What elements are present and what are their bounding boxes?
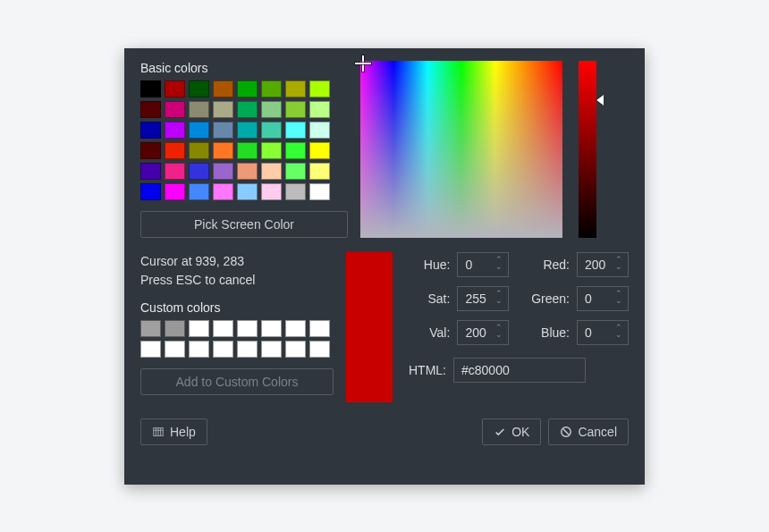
html-input[interactable] [453, 358, 586, 383]
basic-color-swatch[interactable] [309, 183, 330, 200]
basic-color-swatch[interactable] [213, 163, 233, 180]
basic-color-swatch[interactable] [237, 163, 258, 180]
basic-color-swatch[interactable] [309, 122, 330, 139]
custom-color-swatch[interactable] [309, 341, 330, 358]
custom-color-swatch[interactable] [309, 320, 330, 337]
spinner-arrows-icon[interactable]: ⌃⌄ [495, 325, 503, 340]
basic-color-swatch[interactable] [237, 122, 258, 139]
basic-color-swatch[interactable] [285, 122, 306, 139]
custom-color-swatch[interactable] [165, 341, 185, 358]
check-icon [494, 426, 506, 438]
basic-color-swatch[interactable] [285, 80, 306, 97]
custom-color-swatch[interactable] [189, 320, 209, 337]
basic-color-swatch[interactable] [261, 80, 282, 97]
custom-color-swatch[interactable] [213, 341, 233, 358]
custom-color-swatch[interactable] [285, 320, 306, 337]
basic-color-swatch[interactable] [237, 101, 258, 118]
spinner-arrows-icon[interactable]: ⌃⌄ [495, 291, 503, 306]
basic-color-swatch[interactable] [140, 101, 161, 118]
esc-hint-text: Press ESC to cancel [140, 273, 255, 287]
color-dialog: Basic colors Pick Screen Color Cursor at… [124, 48, 645, 485]
custom-color-swatch[interactable] [285, 341, 306, 358]
basic-color-swatch[interactable] [309, 80, 330, 97]
pick-screen-color-button[interactable]: Pick Screen Color [140, 211, 348, 238]
custom-color-swatch[interactable] [189, 341, 209, 358]
basic-color-swatch[interactable] [189, 142, 209, 159]
basic-color-swatch[interactable] [189, 183, 209, 200]
basic-color-swatch[interactable] [140, 163, 161, 180]
spinner-arrows-icon[interactable]: ⌃⌄ [615, 325, 622, 340]
hue-input[interactable]: 0⌃⌄ [457, 252, 509, 277]
basic-color-swatch[interactable] [213, 183, 233, 200]
basic-color-swatch[interactable] [165, 122, 185, 139]
basic-color-swatch[interactable] [140, 183, 161, 200]
sat-input[interactable]: 255⌃⌄ [457, 286, 509, 311]
spinner-arrows-icon[interactable]: ⌃⌄ [615, 291, 622, 306]
basic-color-swatch[interactable] [309, 101, 330, 118]
cancel-button[interactable]: Cancel [548, 418, 629, 445]
custom-color-swatch[interactable] [140, 341, 161, 358]
basic-color-swatch[interactable] [309, 142, 330, 159]
red-label: Red: [516, 258, 570, 272]
custom-colors-label: Custom colors [140, 300, 334, 315]
spinner-arrows-icon[interactable]: ⌃⌄ [495, 258, 503, 272]
basic-color-swatch[interactable] [165, 183, 185, 200]
custom-color-swatch[interactable] [140, 320, 161, 337]
val-input[interactable]: 200⌃⌄ [457, 320, 509, 345]
blue-input[interactable]: 0⌃⌄ [577, 320, 629, 345]
basic-color-swatch[interactable] [140, 122, 161, 139]
basic-color-swatch[interactable] [261, 163, 282, 180]
basic-color-swatch[interactable] [165, 142, 185, 159]
spinner-arrows-icon[interactable]: ⌃⌄ [615, 258, 622, 272]
red-input[interactable]: 200⌃⌄ [577, 252, 629, 277]
cursor-position-text: Cursor at 939, 283 [140, 254, 244, 268]
cancel-button-label: Cancel [578, 425, 617, 439]
basic-color-swatch[interactable] [189, 80, 209, 97]
basic-color-swatch[interactable] [140, 142, 161, 159]
color-preview [346, 252, 393, 402]
basic-color-swatch[interactable] [261, 183, 282, 200]
cancel-icon [560, 426, 572, 438]
basic-color-swatch[interactable] [165, 163, 185, 180]
slider-handle-icon [596, 95, 604, 106]
basic-color-swatch[interactable] [285, 183, 306, 200]
hue-sat-field[interactable] [360, 61, 562, 238]
value-slider[interactable] [579, 61, 596, 238]
basic-color-swatch[interactable] [213, 122, 233, 139]
green-input[interactable]: 0⌃⌄ [577, 286, 629, 311]
basic-color-swatch[interactable] [285, 163, 306, 180]
basic-color-swatch[interactable] [237, 80, 258, 97]
basic-color-swatch[interactable] [237, 142, 258, 159]
basic-color-swatch[interactable] [189, 122, 209, 139]
custom-color-swatch[interactable] [261, 320, 282, 337]
custom-color-swatch[interactable] [261, 341, 282, 358]
basic-color-swatch[interactable] [189, 101, 209, 118]
basic-color-swatch[interactable] [213, 142, 233, 159]
hue-label: Hue: [409, 258, 450, 272]
custom-color-swatch[interactable] [165, 320, 185, 337]
basic-color-swatch[interactable] [237, 183, 258, 200]
basic-colors-grid [140, 80, 348, 200]
basic-color-swatch[interactable] [261, 101, 282, 118]
custom-color-swatch[interactable] [237, 341, 258, 358]
basic-color-swatch[interactable] [165, 101, 185, 118]
custom-colors-grid [140, 320, 334, 358]
green-label: Green: [516, 291, 570, 306]
basic-color-swatch[interactable] [285, 101, 306, 118]
basic-color-swatch[interactable] [285, 142, 306, 159]
blue-label: Blue: [516, 325, 570, 340]
ok-button[interactable]: OK [482, 418, 541, 445]
basic-color-swatch[interactable] [140, 80, 161, 97]
basic-color-swatch[interactable] [189, 163, 209, 180]
basic-color-swatch[interactable] [261, 142, 282, 159]
html-label: HTML: [409, 363, 446, 377]
basic-color-swatch[interactable] [213, 101, 233, 118]
custom-color-swatch[interactable] [237, 320, 258, 337]
basic-color-swatch[interactable] [165, 80, 185, 97]
basic-color-swatch[interactable] [309, 163, 330, 180]
help-button[interactable]: Help [140, 418, 207, 445]
add-custom-color-button[interactable]: Add to Custom Colors [140, 368, 334, 395]
basic-color-swatch[interactable] [213, 80, 233, 97]
basic-color-swatch[interactable] [261, 122, 282, 139]
custom-color-swatch[interactable] [213, 320, 233, 337]
